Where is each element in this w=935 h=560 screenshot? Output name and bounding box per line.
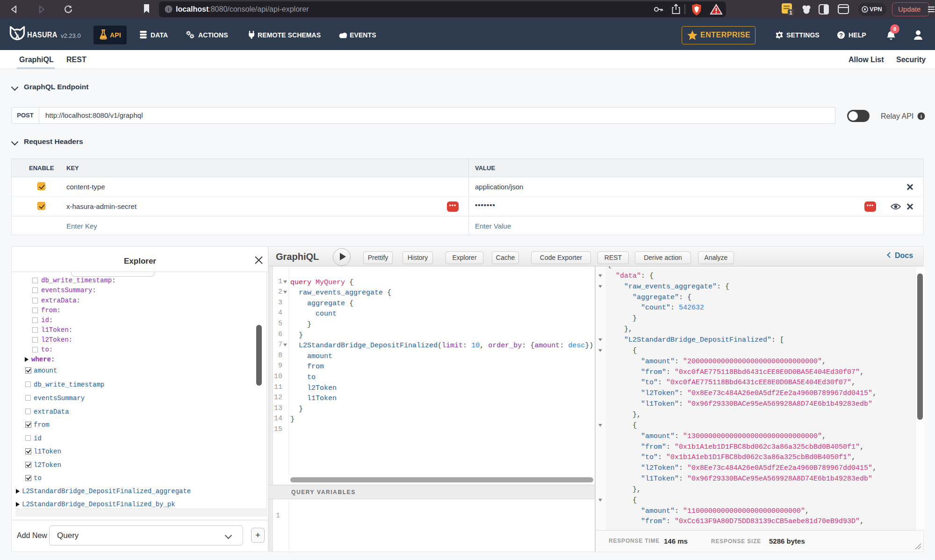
svg-text:i: i (168, 7, 169, 12)
svg-text:?: ? (839, 32, 843, 39)
svg-text:i: i (921, 114, 922, 119)
svg-text:1: 1 (790, 10, 792, 15)
